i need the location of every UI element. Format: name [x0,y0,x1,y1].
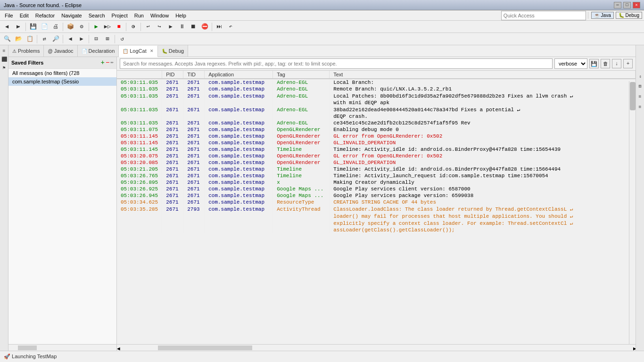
right-sidebar-icon-4[interactable]: ≡ [636,103,644,111]
toolbar-print-btn[interactable]: 🖨 [50,22,61,32]
tab-declaration[interactable]: 📄 Declaration [78,45,119,57]
logcat-close-btn[interactable]: ✕ [150,49,154,53]
remove-filter-btn[interactable]: − [106,59,109,66]
log-table-container[interactable]: PID TID Application Tag Text 05:03:11.03… [117,71,636,344]
table-row[interactable]: dEQP crash. [117,113,636,120]
table-row[interactable]: 05:03:11.075 2671 2671 com.sample.testma… [117,126,636,133]
toolbar-suspend-btn[interactable]: ⏸ [177,22,187,32]
menu-run[interactable]: Run [132,12,147,19]
toolbar-new-btn[interactable]: ⚙▾ [128,22,139,32]
table-row[interactable]: 05:03:20.075 2671 2671 com.sample.testma… [117,153,636,159]
toolbar-save-btn[interactable]: 💾 [28,22,38,32]
menu-window[interactable]: Window [148,12,172,19]
tab-problems[interactable]: ⚠ Problems [8,45,44,57]
table-row[interactable]: 05:03:11.145 2671 2671 com.sample.testma… [117,133,636,140]
toolbar2-open-btn[interactable]: 📂 [13,34,24,44]
log-scroll-h[interactable]: ◀ ▶ [117,344,636,351]
table-row[interactable]: explicitly specify a context class loade… [117,220,636,227]
toolbar2-ext-btn[interactable]: 📋 [25,34,35,44]
toolbar-properties-btn[interactable]: ⚙ [76,22,87,32]
table-row[interactable]: 05:03:11.145 2671 2671 com.sample.testma… [117,146,636,153]
right-sidebar-icon-2[interactable]: ⊞ [636,82,644,90]
log-scroll-track[interactable] [120,346,632,350]
table-row[interactable]: 05:03:26.765 2671 2671 com.sample.testma… [117,173,636,179]
right-sidebar-icon-1[interactable]: ⇔ [637,74,644,80]
toolbar-bin-btn[interactable]: 📦 [65,22,75,32]
toolbar-disconnect-btn[interactable]: ⛔ [199,22,210,32]
menu-search[interactable]: Search [86,12,108,19]
toolbar-back-btn[interactable]: ◀▾ [2,22,12,32]
table-row[interactable]: 05:03:11.035 2671 2671 com.sample.testma… [117,79,636,86]
table-row[interactable]: with mini dEQP apk [117,99,636,106]
log-scrollbar-v[interactable] [629,81,636,344]
toolbar-debug-run-btn[interactable]: ▶▷ [102,22,113,32]
table-row[interactable]: 05:03:11.035 2671 2671 com.sample.testma… [117,86,636,92]
menu-project[interactable]: Project [109,12,131,19]
toolbar2-search-btn[interactable]: 🔍 [2,34,12,44]
left-scroll-thumb[interactable] [18,346,37,350]
menu-refactor[interactable]: Refactor [33,12,58,19]
toolbar-step-btn[interactable]: ↩ [143,22,153,32]
table-row[interactable]: 05:03:11.145 2671 2671 com.sample.testma… [117,140,636,146]
toolbar2-filter-btn[interactable]: 🔎 [50,34,61,44]
toolbar2-match-btn[interactable]: ⇄ [39,34,50,44]
sidebar-icon-1[interactable]: ≡ [0,47,8,55]
toolbar-resume-btn[interactable]: ▶ [165,22,176,32]
toolbar2-expand-btn[interactable]: ⊞ [102,34,113,44]
log-scroll-left-arrow[interactable]: ◀ [117,346,119,350]
edit-filter-btn[interactable]: ✏ [110,59,114,66]
table-row[interactable]: loader() may fail for processes that hos… [117,213,636,220]
minimize-button[interactable]: ─ [614,2,621,8]
table-row[interactable]: 05:03:21.205 2671 2671 com.sample.testma… [117,166,636,173]
toolbar2-sync-btn[interactable]: ↺ [117,34,127,44]
add-filter-btn[interactable]: + [101,59,105,66]
toolbar-saveas-btn[interactable]: 📄 [39,22,50,32]
menu-help[interactable]: Help [173,12,189,19]
toolbar2-collapse-btn[interactable]: ⊟ [91,34,101,44]
menu-navigate[interactable]: Navigate [58,12,84,19]
filter-item-all[interactable]: All messages (no filters) (728 [8,69,116,77]
sidebar-icon-3[interactable]: ⚑ [0,64,8,72]
close-button[interactable]: ✕ [633,2,640,8]
table-row[interactable]: 05:03:20.085 2671 2671 com.sample.testma… [117,159,636,166]
toolbar-forward-btn[interactable]: ▶▾ [13,22,24,32]
table-row[interactable]: 05:03:11.035 2671 2671 com.sample.testma… [117,120,636,126]
right-sidebar-icon-3[interactable]: ≡ [636,93,644,100]
table-row[interactable]: 05:03:26.925 2671 2671 com.sample.testma… [117,186,636,192]
table-row[interactable]: 05:03:26.945 2671 2671 com.sample.testma… [117,192,636,199]
table-row[interactable]: assLoader(getClass().getClassLoader()); [117,227,636,233]
tab-javadoc[interactable]: @ Javadoc [44,45,77,57]
log-scroll-thumb-h[interactable] [158,346,252,350]
table-row[interactable]: 05:03:34.625 2671 2671 com.sample.testma… [117,199,636,206]
table-row[interactable]: 05:03:11.035 2671 2671 com.sample.testma… [117,106,636,113]
logcat-search-input[interactable] [120,58,553,69]
table-row[interactable]: 05:03:26.895 2671 2671 com.sample.testma… [117,179,636,186]
tab-debug[interactable]: 🐛 Debug [158,45,188,57]
menu-edit[interactable]: Edit [17,12,32,19]
menu-file[interactable]: File [2,12,16,19]
table-row[interactable]: 05:03:11.035 2671 2671 com.sample.testma… [117,92,636,99]
verbose-select[interactable]: verbose debug info warn error [554,58,587,69]
toolbar-skip-btn[interactable]: ⏭ [214,22,224,32]
sidebar-icon-2[interactable]: ⬛ [0,56,8,63]
toolbar-drop-btn[interactable]: ↶ [225,22,236,32]
toolbar-stop-btn[interactable]: ■ [114,22,124,32]
toolbar2-next-btn[interactable]: ▶ [76,34,87,44]
toolbar-terminate-btn[interactable]: ⏹ [188,22,198,32]
java-perspective-btn[interactable]: ☕ Java [591,12,614,19]
tab-logcat[interactable]: 📋 LogCat ✕ [119,46,157,57]
scroll-logcat-btn[interactable]: ↓ [612,59,621,68]
toolbar-step2-btn[interactable]: ↪ [154,22,165,32]
clear-logcat-btn[interactable]: 🗑 [601,59,610,68]
filter-item-testmap[interactable]: com.sample.testmap (Sessio [8,77,116,86]
maximize-button[interactable]: □ [623,2,631,8]
left-scroll-bar[interactable] [8,344,116,351]
quick-access-input[interactable] [501,11,586,20]
table-row[interactable]: 05:03:35.285 2671 2793 com.sample.testma… [117,206,636,213]
log-scroll-thumb-v[interactable] [630,82,636,110]
debug-perspective-btn[interactable]: 🐛 Debug [616,12,642,19]
save-logcat-btn[interactable]: 💾 [589,59,599,68]
toolbar2-prev-btn[interactable]: ◀ [65,34,75,44]
add-view-btn[interactable]: + [623,59,633,68]
toolbar-run-btn[interactable]: ▶ [91,22,101,32]
